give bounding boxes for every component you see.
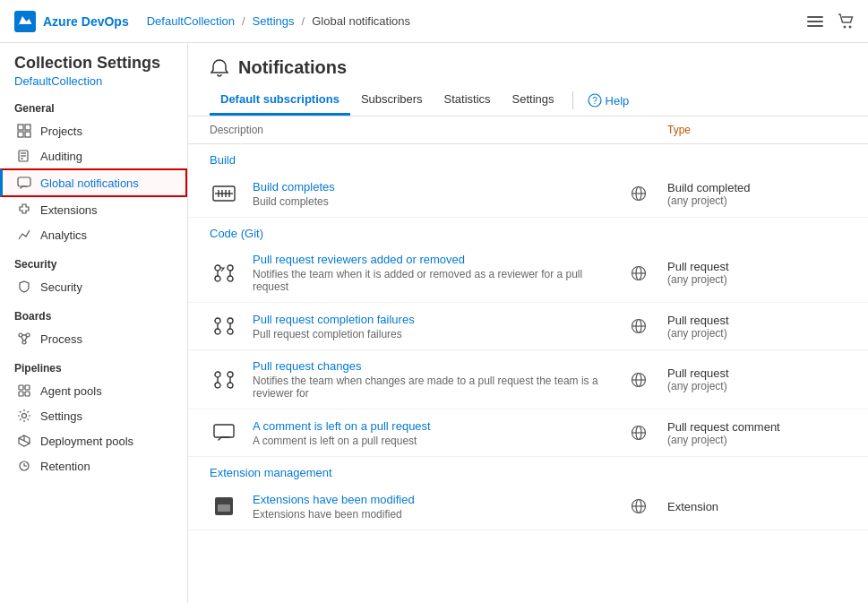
analytics-icon — [17, 228, 31, 242]
svg-point-15 — [19, 333, 22, 337]
svg-point-50 — [215, 318, 220, 323]
globe-icon-ext — [624, 498, 653, 514]
notif-type-pr-changes: Pull request (any project) — [667, 366, 847, 392]
svg-point-59 — [215, 372, 220, 377]
deployment-icon — [17, 434, 31, 448]
sidebar: Collection Settings DefaultCollection Ge… — [0, 43, 188, 603]
sidebar-item-deployment-pools[interactable]: Deployment pools — [0, 428, 187, 453]
svg-rect-6 — [18, 125, 23, 130]
svg-point-42 — [228, 265, 233, 271]
svg-line-20 — [25, 337, 27, 340]
svg-point-4 — [844, 25, 847, 28]
help-circle-icon: ? — [588, 93, 602, 108]
svg-point-53 — [228, 329, 233, 334]
notif-row-pr-reviewers[interactable]: Pull request reviewers added or removed … — [188, 244, 868, 303]
chat-icon — [17, 176, 31, 190]
sidebar-item-retention[interactable]: Retention — [0, 453, 187, 478]
tab-settings[interactable]: Settings — [502, 85, 565, 116]
notif-type-build-completes: Build completed (any project) — [667, 181, 847, 207]
cart-icon[interactable] — [838, 13, 854, 30]
svg-point-61 — [215, 383, 220, 388]
col-type: Type — [667, 124, 847, 136]
sidebar-collection: Collection Settings DefaultCollection — [0, 43, 187, 91]
notif-row-extensions-modified[interactable]: Extensions have been modified Extensions… — [188, 483, 868, 530]
svg-rect-1 — [807, 16, 823, 18]
pr-icon-3 — [210, 366, 238, 394]
tab-default-subscriptions[interactable]: Default subscriptions — [210, 85, 350, 116]
svg-point-51 — [228, 318, 233, 323]
svg-text:?: ? — [592, 96, 597, 106]
globe-icon-pr3 — [624, 372, 653, 388]
app-logo[interactable]: Azure DevOps — [14, 11, 129, 32]
sidebar-section-security: Security — [0, 247, 187, 274]
notif-desc-pr-reviewers: Pull request reviewers added or removed … — [253, 253, 610, 293]
notif-desc-extensions-modified: Extensions have been modified Extensions… — [253, 493, 610, 521]
content-area: Notifications Default subscriptions Subs… — [188, 43, 868, 603]
process-icon — [17, 332, 31, 346]
svg-point-60 — [228, 372, 233, 377]
section-extension-management: Extension management — [188, 457, 868, 483]
menu-icon[interactable] — [807, 13, 823, 30]
topbar-actions — [807, 13, 854, 30]
svg-point-17 — [22, 340, 26, 344]
extension-icon — [17, 202, 31, 217]
svg-rect-21 — [19, 385, 23, 390]
table-header: Description Type — [188, 116, 868, 144]
section-code-git: Code (Git) — [188, 218, 868, 244]
notif-row-pr-completion[interactable]: Pull request completion failures Pull re… — [188, 303, 868, 350]
svg-rect-2 — [807, 21, 823, 22]
sidebar-subtitle[interactable]: DefaultCollection — [14, 74, 173, 88]
breadcrumb-item-2: Global notifications — [312, 14, 410, 28]
svg-rect-3 — [807, 25, 823, 27]
sidebar-item-auditing[interactable]: Auditing — [0, 143, 187, 168]
sidebar-item-security[interactable]: Security — [0, 274, 187, 299]
notif-row-build-completes[interactable]: Build completes Build completes Build co… — [188, 170, 868, 218]
sidebar-item-analytics[interactable]: Analytics — [0, 222, 187, 247]
sidebar-item-agent-pools[interactable]: Agent pools — [0, 378, 187, 403]
build-icon — [210, 179, 238, 208]
sidebar-item-projects[interactable]: Projects — [0, 118, 187, 143]
svg-line-19 — [21, 337, 23, 340]
notif-type-pr-completion: Pull request (any project) — [667, 314, 847, 340]
agent-icon — [17, 383, 31, 398]
globe-icon-build — [624, 185, 653, 202]
sidebar-title: Collection Settings — [14, 54, 173, 73]
svg-rect-9 — [25, 132, 30, 137]
grid-icon — [17, 124, 31, 138]
notif-row-pr-comment[interactable]: A comment is left on a pull request A co… — [188, 409, 868, 457]
extension-modified-icon — [210, 492, 238, 521]
tab-help[interactable]: ? Help — [580, 86, 637, 115]
tab-subscribers[interactable]: Subscribers — [350, 85, 434, 116]
svg-rect-22 — [25, 385, 30, 390]
sidebar-section-general: General — [0, 91, 187, 118]
svg-point-25 — [22, 414, 27, 418]
breadcrumb-item-0[interactable]: DefaultCollection — [147, 14, 235, 28]
svg-rect-14 — [18, 177, 30, 186]
sidebar-item-process[interactable]: Process — [0, 326, 187, 351]
globe-icon-pr2 — [624, 318, 653, 334]
svg-rect-24 — [25, 392, 30, 396]
breadcrumb-item-1[interactable]: Settings — [253, 14, 295, 28]
svg-point-52 — [215, 329, 220, 334]
notif-desc-pr-completion: Pull request completion failures Pull re… — [253, 313, 610, 340]
tab-statistics[interactable]: Statistics — [434, 85, 502, 116]
globe-icon-pr1 — [624, 265, 653, 281]
notif-row-pr-changes[interactable]: Pull request changes Notifies the team w… — [188, 350, 868, 409]
notif-desc-pr-comment: A comment is left on a pull request A co… — [253, 419, 610, 447]
svg-point-16 — [26, 333, 30, 337]
svg-rect-68 — [214, 425, 234, 437]
sidebar-item-extensions[interactable]: Extensions — [0, 197, 187, 222]
notif-desc-build-completes: Build completes Build completes — [253, 180, 610, 208]
topbar: Azure DevOps DefaultCollection / Setting… — [0, 0, 868, 43]
sidebar-item-settings[interactable]: Settings — [0, 403, 187, 428]
sidebar-item-global-notifications[interactable]: Global notifications — [0, 168, 187, 197]
pr-icon-1 — [210, 259, 238, 288]
svg-rect-8 — [18, 132, 23, 137]
tabs-bar: Default subscriptions Subscribers Statis… — [188, 85, 868, 116]
content-header: Notifications — [188, 43, 868, 78]
sidebar-section-boards: Boards — [0, 299, 187, 326]
pr-icon-2 — [210, 312, 238, 340]
notif-type-extensions-modified: Extension — [667, 500, 847, 513]
svg-rect-7 — [25, 125, 30, 130]
notif-type-pr-comment: Pull request comment (any project) — [667, 420, 847, 446]
